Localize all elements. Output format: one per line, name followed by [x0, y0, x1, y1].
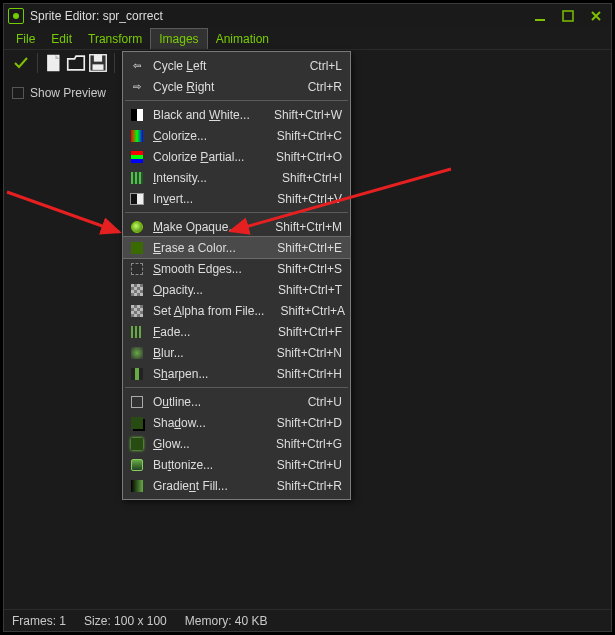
- menu-item-black-and-white[interactable]: Black and White...Shift+Ctrl+W: [123, 104, 350, 125]
- menu-item-shortcut: Shift+Ctrl+F: [278, 325, 342, 339]
- menu-item-colorize-partial[interactable]: Colorize Partial...Shift+Ctrl+O: [123, 146, 350, 167]
- svg-rect-4: [94, 55, 102, 62]
- menu-item-opacity[interactable]: Opacity...Shift+Ctrl+T: [123, 279, 350, 300]
- menu-item-cycle-right[interactable]: ⇨Cycle RightCtrl+R: [123, 76, 350, 97]
- separator: [114, 53, 115, 73]
- menu-item-shortcut: Shift+Ctrl+N: [277, 346, 342, 360]
- inv-icon: [127, 191, 147, 207]
- svg-rect-1: [563, 11, 573, 21]
- menu-item-label: Cycle Right: [153, 80, 292, 94]
- alpha-icon: [127, 282, 147, 298]
- menu-item-shortcut: Shift+Ctrl+E: [277, 241, 342, 255]
- menu-item-cycle-left[interactable]: ⇦Cycle LeftCtrl+L: [123, 55, 350, 76]
- menu-item-shortcut: Shift+Ctrl+D: [277, 416, 342, 430]
- menu-item-label: Outline...: [153, 395, 292, 409]
- circ-icon: [127, 219, 147, 235]
- menu-item-label: Blur...: [153, 346, 261, 360]
- images-dropdown: ⇦Cycle LeftCtrl+L⇨Cycle RightCtrl+RBlack…: [122, 51, 351, 500]
- gfill-icon: [127, 478, 147, 494]
- menu-separator: [125, 212, 348, 213]
- alpha-icon: [127, 303, 147, 319]
- menu-item-colorize[interactable]: Colorize...Shift+Ctrl+C: [123, 125, 350, 146]
- new-button[interactable]: [43, 52, 65, 74]
- menu-item-shortcut: Shift+Ctrl+M: [275, 220, 342, 234]
- statusbar: Frames: 1 Size: 100 x 100 Memory: 40 KB: [4, 609, 611, 631]
- menu-item-shortcut: Shift+Ctrl+U: [277, 458, 342, 472]
- minimize-button[interactable]: [529, 8, 551, 24]
- menu-animation[interactable]: Animation: [208, 28, 277, 49]
- menu-item-label: Black and White...: [153, 108, 258, 122]
- menu-item-label: Opacity...: [153, 283, 262, 297]
- menu-item-shortcut: Ctrl+R: [308, 80, 342, 94]
- menu-item-label: Cycle Left: [153, 59, 294, 73]
- menu-item-make-opaque[interactable]: Make Opaque...Shift+Ctrl+M: [123, 216, 350, 237]
- menu-item-label: Smooth Edges...: [153, 262, 261, 276]
- status-size: Size: 100 x 100: [84, 614, 167, 628]
- menu-item-invert[interactable]: Invert...Shift+Ctrl+V: [123, 188, 350, 209]
- menu-item-shadow[interactable]: Shadow...Shift+Ctrl+D: [123, 412, 350, 433]
- bw-icon: [127, 107, 147, 123]
- sprite-editor-window: Sprite Editor: spr_correct File Edit Tra…: [3, 3, 612, 632]
- menu-file[interactable]: File: [8, 28, 43, 49]
- menu-item-buttonize[interactable]: Buttonize...Shift+Ctrl+U: [123, 454, 350, 475]
- glow-icon: [127, 436, 147, 452]
- show-preview-checkbox[interactable]: Show Preview: [12, 86, 106, 100]
- menu-item-shortcut: Shift+Ctrl+C: [277, 129, 342, 143]
- menu-item-shortcut: Shift+Ctrl+T: [278, 283, 342, 297]
- svg-rect-0: [535, 19, 545, 21]
- menu-item-shortcut: Shift+Ctrl+I: [282, 171, 342, 185]
- bars-icon: [127, 170, 147, 186]
- menu-item-shortcut: Shift+Ctrl+R: [277, 479, 342, 493]
- menu-item-intensity[interactable]: Intensity...Shift+Ctrl+I: [123, 167, 350, 188]
- sharp-icon: [127, 366, 147, 382]
- close-button[interactable]: [585, 8, 607, 24]
- btn-icon: [127, 457, 147, 473]
- save-button[interactable]: [87, 52, 109, 74]
- menu-item-shortcut: Shift+Ctrl+O: [276, 150, 342, 164]
- checkbox-icon: [12, 87, 24, 99]
- menu-item-sharpen[interactable]: Sharpen...Shift+Ctrl+H: [123, 363, 350, 384]
- menu-item-shortcut: Shift+Ctrl+W: [274, 108, 342, 122]
- menu-item-label: Buttonize...: [153, 458, 261, 472]
- confirm-button[interactable]: [10, 52, 32, 74]
- menu-separator: [125, 100, 348, 101]
- outl-icon: [127, 394, 147, 410]
- menu-item-glow[interactable]: Glow...Shift+Ctrl+G: [123, 433, 350, 454]
- menu-edit[interactable]: Edit: [43, 28, 80, 49]
- maximize-button[interactable]: [557, 8, 579, 24]
- menu-item-shortcut: Shift+Ctrl+G: [276, 437, 342, 451]
- menu-item-label: Fade...: [153, 325, 262, 339]
- menu-item-set-alpha-from-file[interactable]: Set Alpha from File...Shift+Ctrl+A: [123, 300, 350, 321]
- titlebar: Sprite Editor: spr_correct: [4, 4, 611, 28]
- window-title: Sprite Editor: spr_correct: [30, 9, 529, 23]
- menu-item-outline[interactable]: Outline...Ctrl+U: [123, 391, 350, 412]
- menu-item-label: Glow...: [153, 437, 260, 451]
- cyc-right-icon: ⇨: [127, 79, 147, 95]
- menu-transform[interactable]: Transform: [80, 28, 150, 49]
- menu-item-blur[interactable]: Blur...Shift+Ctrl+N: [123, 342, 350, 363]
- separator: [37, 53, 38, 73]
- menu-item-label: Erase a Color...: [153, 241, 261, 255]
- menu-item-gradient-fill[interactable]: Gradient Fill...Shift+Ctrl+R: [123, 475, 350, 496]
- menu-item-shortcut: Ctrl+L: [310, 59, 342, 73]
- show-preview-label: Show Preview: [30, 86, 106, 100]
- menu-item-smooth-edges[interactable]: Smooth Edges...Shift+Ctrl+S: [123, 258, 350, 279]
- status-frames: Frames: 1: [12, 614, 66, 628]
- shad-icon: [127, 415, 147, 431]
- grad-icon: [127, 128, 147, 144]
- open-button[interactable]: [65, 52, 87, 74]
- menu-item-erase-a-color[interactable]: Erase a Color...Shift+Ctrl+E: [123, 237, 350, 258]
- status-memory: Memory: 40 KB: [185, 614, 268, 628]
- menu-separator: [125, 387, 348, 388]
- blur-icon: [127, 345, 147, 361]
- menu-item-label: Make Opaque...: [153, 220, 259, 234]
- menu-item-label: Gradient Fill...: [153, 479, 261, 493]
- menu-item-shortcut: Shift+Ctrl+V: [277, 192, 342, 206]
- menu-item-label: Intensity...: [153, 171, 266, 185]
- menu-item-label: Colorize...: [153, 129, 261, 143]
- menu-item-label: Colorize Partial...: [153, 150, 260, 164]
- fade-icon: [127, 324, 147, 340]
- menu-item-label: Invert...: [153, 192, 261, 206]
- menu-item-fade[interactable]: Fade...Shift+Ctrl+F: [123, 321, 350, 342]
- menu-images[interactable]: Images: [150, 28, 207, 49]
